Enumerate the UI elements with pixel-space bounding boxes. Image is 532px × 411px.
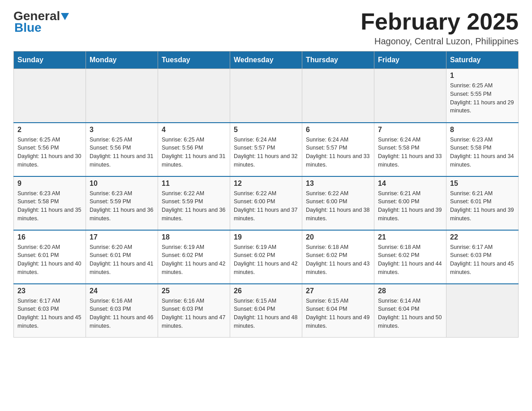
- calendar-cell: [302, 69, 374, 123]
- day-number: 14: [378, 180, 442, 188]
- day-number: 15: [450, 180, 515, 188]
- calendar-cell: 28Sunrise: 6:14 AM Sunset: 6:04 PM Dayli…: [374, 284, 446, 338]
- day-number: 19: [234, 233, 298, 241]
- day-header-sunday: Sunday: [14, 51, 86, 69]
- day-info: Sunrise: 6:21 AM Sunset: 6:01 PM Dayligh…: [450, 190, 514, 222]
- day-number: 12: [234, 180, 298, 188]
- calendar-cell: 16Sunrise: 6:20 AM Sunset: 6:01 PM Dayli…: [14, 230, 86, 284]
- day-number: 28: [378, 287, 442, 295]
- day-header-monday: Monday: [86, 51, 158, 69]
- calendar-cell: [230, 69, 302, 123]
- day-number: 20: [306, 233, 370, 241]
- calendar-cell: 6Sunrise: 6:24 AM Sunset: 5:57 PM Daylig…: [302, 123, 374, 176]
- svg-marker-0: [61, 13, 69, 20]
- day-number: 26: [234, 287, 298, 295]
- day-info: Sunrise: 6:14 AM Sunset: 6:04 PM Dayligh…: [378, 298, 442, 329]
- day-info: Sunrise: 6:20 AM Sunset: 6:01 PM Dayligh…: [17, 244, 81, 275]
- calendar-week-row: 16Sunrise: 6:20 AM Sunset: 6:01 PM Dayli…: [14, 230, 519, 284]
- logo-triangle-icon: [61, 9, 69, 23]
- title-block: February 2025 Hagonoy, Central Luzon, Ph…: [360, 9, 519, 47]
- calendar-cell: 21Sunrise: 6:18 AM Sunset: 6:02 PM Dayli…: [374, 230, 446, 284]
- page-title: February 2025: [360, 9, 519, 34]
- day-number: 18: [162, 233, 226, 241]
- day-number: 21: [378, 233, 442, 241]
- calendar-cell: 10Sunrise: 6:23 AM Sunset: 5:59 PM Dayli…: [86, 176, 158, 230]
- day-number: 24: [90, 287, 154, 295]
- calendar-cell: 19Sunrise: 6:19 AM Sunset: 6:02 PM Dayli…: [230, 230, 302, 284]
- day-info: Sunrise: 6:24 AM Sunset: 5:58 PM Dayligh…: [378, 137, 442, 168]
- calendar-cell: 2Sunrise: 6:25 AM Sunset: 5:56 PM Daylig…: [14, 123, 86, 176]
- calendar-cell: 15Sunrise: 6:21 AM Sunset: 6:01 PM Dayli…: [446, 176, 519, 230]
- day-info: Sunrise: 6:16 AM Sunset: 6:03 PM Dayligh…: [90, 298, 153, 329]
- calendar-cell: 20Sunrise: 6:18 AM Sunset: 6:02 PM Dayli…: [302, 230, 374, 284]
- day-number: 10: [90, 180, 154, 188]
- day-number: 1: [450, 72, 515, 80]
- calendar-cell: 22Sunrise: 6:17 AM Sunset: 6:03 PM Dayli…: [446, 230, 519, 284]
- day-header-thursday: Thursday: [302, 51, 374, 69]
- calendar-week-row: 2Sunrise: 6:25 AM Sunset: 5:56 PM Daylig…: [14, 123, 519, 176]
- calendar-cell: [374, 69, 446, 123]
- day-info: Sunrise: 6:25 AM Sunset: 5:56 PM Dayligh…: [90, 137, 153, 168]
- calendar-cell: [14, 69, 86, 123]
- day-info: Sunrise: 6:19 AM Sunset: 6:02 PM Dayligh…: [162, 244, 225, 275]
- day-info: Sunrise: 6:23 AM Sunset: 5:59 PM Dayligh…: [90, 190, 153, 222]
- day-info: Sunrise: 6:21 AM Sunset: 6:00 PM Dayligh…: [378, 190, 442, 222]
- day-number: 9: [17, 180, 82, 188]
- calendar-cell: 18Sunrise: 6:19 AM Sunset: 6:02 PM Dayli…: [158, 230, 230, 284]
- page-subtitle: Hagonoy, Central Luzon, Philippines: [360, 36, 519, 47]
- day-number: 22: [450, 233, 515, 241]
- day-info: Sunrise: 6:23 AM Sunset: 5:58 PM Dayligh…: [17, 190, 81, 222]
- day-header-saturday: Saturday: [446, 51, 519, 69]
- day-info: Sunrise: 6:22 AM Sunset: 6:00 PM Dayligh…: [306, 190, 369, 222]
- calendar-cell: [446, 284, 519, 338]
- calendar-cell: 8Sunrise: 6:23 AM Sunset: 5:58 PM Daylig…: [446, 123, 519, 176]
- calendar-cell: 13Sunrise: 6:22 AM Sunset: 6:00 PM Dayli…: [302, 176, 374, 230]
- day-info: Sunrise: 6:24 AM Sunset: 5:57 PM Dayligh…: [306, 137, 369, 168]
- logo: General Blue: [13, 9, 70, 35]
- day-info: Sunrise: 6:18 AM Sunset: 6:02 PM Dayligh…: [378, 244, 442, 275]
- day-info: Sunrise: 6:18 AM Sunset: 6:02 PM Dayligh…: [306, 244, 369, 275]
- calendar-week-row: 23Sunrise: 6:17 AM Sunset: 6:03 PM Dayli…: [14, 284, 519, 338]
- calendar-week-row: 1Sunrise: 6:25 AM Sunset: 5:55 PM Daylig…: [14, 69, 519, 123]
- day-number: 7: [378, 126, 442, 134]
- day-header-wednesday: Wednesday: [230, 51, 302, 69]
- day-info: Sunrise: 6:17 AM Sunset: 6:03 PM Dayligh…: [17, 298, 81, 329]
- calendar-cell: 3Sunrise: 6:25 AM Sunset: 5:56 PM Daylig…: [86, 123, 158, 176]
- day-info: Sunrise: 6:20 AM Sunset: 6:01 PM Dayligh…: [90, 244, 153, 275]
- calendar-cell: 7Sunrise: 6:24 AM Sunset: 5:58 PM Daylig…: [374, 123, 446, 176]
- day-info: Sunrise: 6:15 AM Sunset: 6:04 PM Dayligh…: [234, 298, 297, 329]
- calendar-cell: 11Sunrise: 6:22 AM Sunset: 5:59 PM Dayli…: [158, 176, 230, 230]
- day-info: Sunrise: 6:25 AM Sunset: 5:56 PM Dayligh…: [162, 137, 225, 168]
- calendar-cell: 9Sunrise: 6:23 AM Sunset: 5:58 PM Daylig…: [14, 176, 86, 230]
- day-info: Sunrise: 6:17 AM Sunset: 6:03 PM Dayligh…: [450, 244, 514, 275]
- calendar-cell: 23Sunrise: 6:17 AM Sunset: 6:03 PM Dayli…: [14, 284, 86, 338]
- day-info: Sunrise: 6:15 AM Sunset: 6:04 PM Dayligh…: [306, 298, 369, 329]
- calendar-cell: 12Sunrise: 6:22 AM Sunset: 6:00 PM Dayli…: [230, 176, 302, 230]
- day-number: 6: [306, 126, 370, 134]
- day-number: 23: [17, 287, 82, 295]
- day-info: Sunrise: 6:16 AM Sunset: 6:03 PM Dayligh…: [162, 298, 225, 329]
- page-header: General Blue February 2025 Hagonoy, Cent…: [13, 9, 519, 47]
- calendar-cell: 24Sunrise: 6:16 AM Sunset: 6:03 PM Dayli…: [86, 284, 158, 338]
- day-info: Sunrise: 6:24 AM Sunset: 5:57 PM Dayligh…: [234, 137, 297, 168]
- day-info: Sunrise: 6:22 AM Sunset: 6:00 PM Dayligh…: [234, 190, 297, 222]
- day-number: 11: [162, 180, 226, 188]
- calendar-cell: 17Sunrise: 6:20 AM Sunset: 6:01 PM Dayli…: [86, 230, 158, 284]
- day-number: 13: [306, 180, 370, 188]
- calendar-cell: 26Sunrise: 6:15 AM Sunset: 6:04 PM Dayli…: [230, 284, 302, 338]
- day-number: 8: [450, 126, 515, 134]
- day-number: 5: [234, 126, 298, 134]
- day-info: Sunrise: 6:25 AM Sunset: 5:56 PM Dayligh…: [17, 137, 81, 168]
- calendar-cell: 5Sunrise: 6:24 AM Sunset: 5:57 PM Daylig…: [230, 123, 302, 176]
- day-number: 4: [162, 126, 226, 134]
- calendar-cell: 4Sunrise: 6:25 AM Sunset: 5:56 PM Daylig…: [158, 123, 230, 176]
- logo-blue-text: Blue: [14, 21, 42, 34]
- day-info: Sunrise: 6:19 AM Sunset: 6:02 PM Dayligh…: [234, 244, 297, 275]
- day-info: Sunrise: 6:22 AM Sunset: 5:59 PM Dayligh…: [162, 190, 225, 222]
- calendar-cell: 27Sunrise: 6:15 AM Sunset: 6:04 PM Dayli…: [302, 284, 374, 338]
- day-info: Sunrise: 6:25 AM Sunset: 5:55 PM Dayligh…: [450, 82, 514, 114]
- calendar-table: SundayMondayTuesdayWednesdayThursdayFrid…: [13, 51, 519, 338]
- calendar-cell: 1Sunrise: 6:25 AM Sunset: 5:55 PM Daylig…: [446, 69, 519, 123]
- day-header-tuesday: Tuesday: [158, 51, 230, 69]
- calendar-cell: 25Sunrise: 6:16 AM Sunset: 6:03 PM Dayli…: [158, 284, 230, 338]
